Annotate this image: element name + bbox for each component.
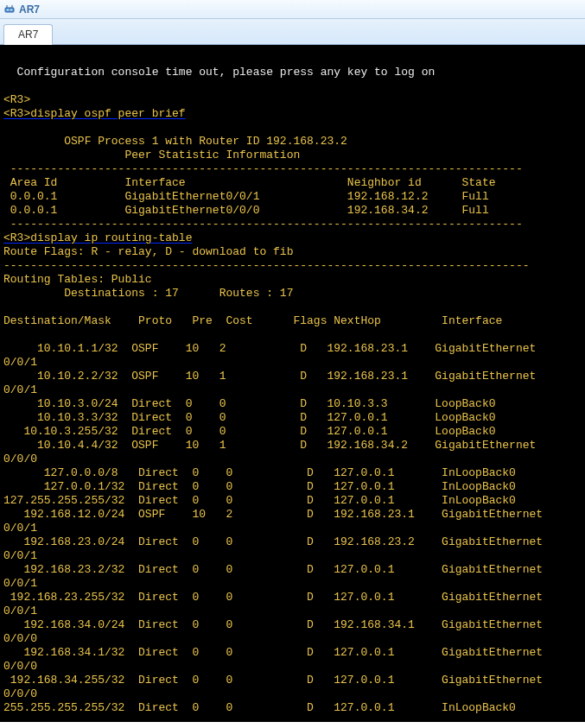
terminal-line: 192.168.23.2/32 Direct 0 0 D 127.0.0.1 G… [3,563,585,577]
terminal-line [3,52,585,66]
terminal-line: 127.255.255.255/32 Direct 0 0 D 127.0.0.… [3,494,585,508]
router-icon [3,3,16,16]
terminal-line: 192.168.23.0/24 Direct 0 0 D 192.168.23.… [3,535,585,549]
terminal-line: 0/0/1 [3,383,585,397]
terminal-line: 10.10.4.4/32 OSPF 10 1 D 192.168.34.2 Gi… [3,439,585,453]
terminal-line: 0/0/0 [3,687,585,701]
tab-ar7[interactable]: AR7 [3,24,53,45]
svg-rect-0 [5,8,14,12]
terminal-line: ----------------------------------------… [3,218,585,231]
terminal-line [3,79,585,93]
terminal-line: 192.168.12.0/24 OSPF 10 2 D 192.168.23.1… [3,508,585,522]
svg-rect-1 [7,9,9,10]
terminal-line: 0/0/1 [3,522,585,535]
terminal-line: 0/0/1 [3,577,585,591]
window-titlebar[interactable]: AR7 [0,0,585,19]
terminal-line: 10.10.3.3/32 Direct 0 0 D 127.0.0.1 Loop… [3,411,585,425]
terminal-line: 0.0.0.1 GigabitEthernet0/0/0 192.168.34.… [3,204,585,218]
terminal-line: 192.168.34.255/32 Direct 0 0 D 127.0.0.1… [3,674,585,687]
terminal-line [3,328,585,342]
terminal-line: 192.168.34.0/24 Direct 0 0 D 192.168.34.… [3,618,585,632]
window-title: AR7 [19,3,40,16]
terminal-line: 0.0.0.1 GigabitEthernet0/0/1 192.168.12.… [3,190,585,204]
terminal-line: 0/0/0 [3,453,585,466]
terminal-line: Route Flags: R - relay, D - download to … [3,245,585,259]
terminal-line: OSPF Process 1 with Router ID 192.168.23… [3,135,585,149]
tab-strip: AR7 [0,19,585,45]
terminal-output[interactable]: Configuration console time out, please p… [0,45,585,722]
terminal-line: 0/0/1 [3,549,585,563]
terminal-line: Destination/Mask Proto Pre Cost Flags Ne… [3,314,585,328]
terminal-line: 0/0/1 [3,605,585,618]
terminal-line: Area Id Interface Neighbor id State [3,176,585,190]
terminal-line: 127.0.0.0/8 Direct 0 0 D 127.0.0.1 InLoo… [3,466,585,480]
terminal-line: ----------------------------------------… [3,162,585,176]
terminal-line: Configuration console time out, please p… [3,66,585,79]
terminal-line: 0/0/1 [3,356,585,370]
terminal-line: 255.255.255.255/32 Direct 0 0 D 127.0.0.… [3,701,585,715]
terminal-line: <R3> [3,93,585,107]
terminal-line: <R3>display ip routing-table [3,231,585,245]
terminal-line: Peer Statistic Information [3,149,585,162]
terminal-line [3,301,585,314]
terminal-line: 192.168.23.255/32 Direct 0 0 D 127.0.0.1… [3,591,585,605]
terminal-line: 127.0.0.1/32 Direct 0 0 D 127.0.0.1 InLo… [3,480,585,494]
terminal-line: 10.10.3.0/24 Direct 0 0 D 10.10.3.3 Loop… [3,397,585,411]
terminal-line: 192.168.34.1/32 Direct 0 0 D 127.0.0.1 G… [3,646,585,660]
terminal-line: <R3>display ospf peer brief [3,107,585,121]
terminal-line: ----------------------------------------… [3,259,585,273]
terminal-line: 10.10.1.1/32 OSPF 10 2 D 192.168.23.1 Gi… [3,342,585,356]
tab-label: AR7 [18,28,38,41]
terminal-line: 10.10.2.2/32 OSPF 10 1 D 192.168.23.1 Gi… [3,370,585,383]
terminal-line: Destinations : 17 Routes : 17 [3,287,585,301]
terminal-line: 0/0/0 [3,660,585,674]
terminal-line: 0/0/0 [3,632,585,646]
svg-rect-2 [10,9,12,10]
terminal-line: Routing Tables: Public [3,273,585,287]
terminal-line: 10.10.3.255/32 Direct 0 0 D 127.0.0.1 Lo… [3,425,585,439]
terminal-line [3,121,585,135]
